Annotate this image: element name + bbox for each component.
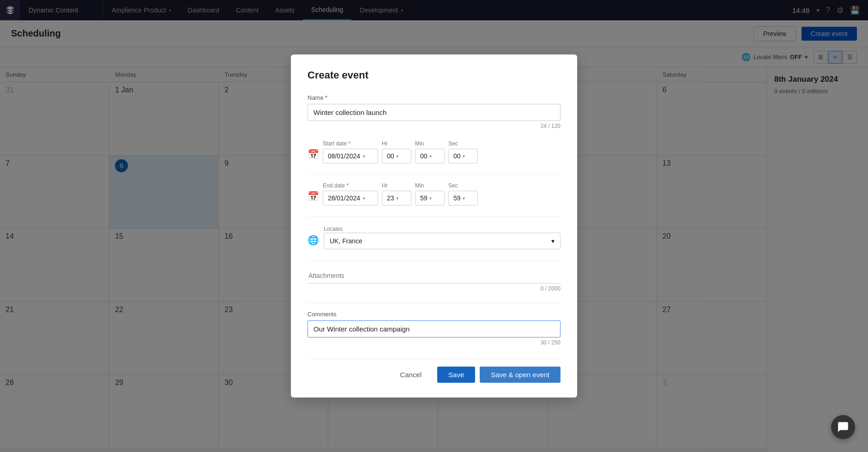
start-min-label: Min: [415, 140, 445, 147]
locales-container: Locales UK, France ▾: [324, 224, 561, 249]
end-date-picker[interactable]: 28/01/2024 ▾: [323, 191, 378, 205]
attachments-section: 0 / 2000: [307, 268, 561, 292]
end-datetime-row: 📅 End date * 28/01/2024 ▾ Hr 23 ▾: [307, 182, 561, 205]
create-event-modal: Create event Name * 24 / 120 📅 Start dat…: [291, 54, 577, 398]
chat-fab-button[interactable]: [831, 415, 855, 439]
end-hr-label: Hr: [382, 182, 411, 189]
start-sec-caret: ▾: [463, 154, 465, 159]
save-button[interactable]: Save: [437, 367, 475, 383]
start-min-value: 00: [420, 152, 428, 160]
end-sec-caret: ▾: [463, 196, 465, 201]
locales-caret-icon: ▾: [551, 237, 555, 245]
divider4: [307, 303, 561, 303]
end-sec-value: 59: [453, 194, 461, 202]
start-hr-group: Hr 00 ▾: [382, 140, 411, 163]
start-min-select[interactable]: 00 ▾: [415, 149, 445, 163]
end-hr-group: Hr 23 ▾: [382, 182, 411, 205]
start-hr-label: Hr: [382, 140, 411, 147]
start-datetime-section: 📅 Start date * 08/01/2024 ▾ Hr 00 ▾: [307, 140, 561, 163]
end-hr-value: 23: [387, 194, 394, 202]
name-label: Name *: [307, 94, 561, 101]
save-open-button[interactable]: Save & open event: [480, 367, 561, 383]
modal-title: Create event: [307, 69, 561, 81]
start-datetime-row: 📅 Start date * 08/01/2024 ▾ Hr 00 ▾: [307, 140, 561, 163]
end-min-select[interactable]: 59 ▾: [415, 191, 445, 205]
cancel-button[interactable]: Cancel: [389, 367, 433, 383]
start-date-label: Start date *: [323, 140, 378, 147]
start-date-caret: ▾: [363, 154, 365, 159]
end-date-caret: ▾: [363, 196, 365, 201]
comments-label: Comments: [307, 311, 561, 318]
name-char-count: 24 / 120: [307, 123, 561, 129]
start-min-group: Min 00 ▾: [415, 140, 445, 163]
start-date-group: Start date * 08/01/2024 ▾: [323, 140, 378, 163]
end-sec-select[interactable]: 59 ▾: [448, 191, 478, 205]
start-sec-value: 00: [453, 152, 461, 160]
start-hr-select[interactable]: 00 ▾: [382, 149, 411, 163]
name-input[interactable]: [307, 104, 561, 121]
start-hr-value: 00: [387, 152, 394, 160]
calendar-icon-start: 📅: [307, 149, 319, 160]
divider2: [307, 217, 561, 217]
end-sec-group: Sec 59 ▾: [448, 182, 478, 205]
start-hr-caret: ▾: [396, 154, 398, 159]
locales-selector[interactable]: UK, France ▾: [324, 233, 561, 249]
start-min-caret: ▾: [429, 154, 432, 159]
divider: [307, 175, 561, 175]
name-section: Name * 24 / 120: [307, 94, 561, 129]
end-min-caret: ▾: [429, 196, 432, 201]
start-sec-group: Sec 00 ▾: [448, 140, 478, 163]
end-datetime-section: 📅 End date * 28/01/2024 ▾ Hr 23 ▾: [307, 182, 561, 205]
end-sec-label: Sec: [448, 182, 478, 189]
locales-section: 🌐 Locales UK, France ▾: [307, 224, 561, 249]
end-min-value: 59: [420, 194, 428, 202]
locales-label: Locales: [324, 226, 343, 232]
chat-icon: [837, 421, 849, 433]
end-min-label: Min: [415, 182, 445, 189]
globe-icon-locales: 🌐: [307, 235, 319, 246]
start-sec-select[interactable]: 00 ▾: [448, 149, 478, 163]
end-date-label: End date *: [323, 182, 378, 189]
attachments-char-count: 0 / 2000: [307, 285, 561, 292]
locales-value: UK, France: [330, 237, 362, 245]
end-date-group: End date * 28/01/2024 ▾: [323, 182, 378, 205]
divider3: [307, 260, 561, 261]
locales-row: 🌐 Locales UK, France ▾: [307, 224, 561, 249]
start-sec-label: Sec: [448, 140, 478, 147]
comments-section: Comments 30 / 250: [307, 311, 561, 346]
end-min-group: Min 59 ▾: [415, 182, 445, 205]
end-hr-select[interactable]: 23 ▾: [382, 191, 411, 205]
modal-overlay[interactable]: Create event Name * 24 / 120 📅 Start dat…: [0, 0, 868, 452]
comments-input[interactable]: [307, 320, 561, 337]
start-date-picker[interactable]: 08/01/2024 ▾: [323, 149, 378, 163]
calendar-icon-end: 📅: [307, 191, 319, 202]
end-date-value: 28/01/2024: [328, 194, 360, 202]
attachments-input[interactable]: [307, 268, 561, 283]
start-date-value: 08/01/2024: [328, 152, 360, 160]
comments-char-count: 30 / 250: [307, 339, 561, 346]
end-hr-caret: ▾: [396, 196, 398, 201]
modal-footer: Cancel Save Save & open event: [307, 359, 561, 383]
